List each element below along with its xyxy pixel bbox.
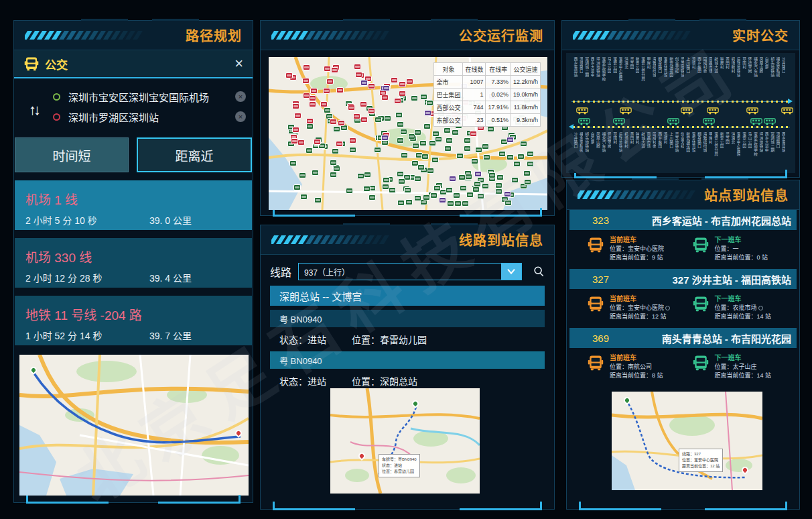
- next-bus-info: 下一班车位置：太子山庄距离当前位置：14 站: [692, 353, 797, 380]
- bus-monitor-header: 公交运行监测: [261, 21, 554, 50]
- stop-label: 宝安体育馆: [691, 132, 695, 152]
- bus-marker-icon: [353, 113, 360, 119]
- selected-line-route[interactable]: 深朗总站 -- 文博宫: [270, 286, 545, 306]
- stop-label: 福永家私街: [775, 57, 780, 77]
- route-option-3[interactable]: 地铁 11 号线 -204 路 1 小时 52 分 14 秒39. 7 公里: [15, 296, 252, 345]
- bus-marker-icon: [348, 105, 355, 111]
- line-route-name: 西乡客运站 - 布吉加州花园总站: [635, 213, 791, 227]
- sort-by-distance-button[interactable]: 距离近: [137, 137, 252, 172]
- stop-label: 海雅缤纷城: [702, 132, 707, 152]
- bus-marker-icon: [394, 98, 401, 104]
- remove-origin-icon[interactable]: ×: [235, 91, 246, 102]
- bus-marker-icon: [297, 139, 305, 146]
- bus-marker-icon: [404, 187, 411, 193]
- stop-label: 钟屋村: [634, 132, 639, 144]
- table-cell: 11.8km/h: [511, 101, 540, 114]
- bus-marker-icon: [360, 117, 368, 123]
- bus-marker-icon: [511, 177, 519, 183]
- location-icon: [758, 306, 763, 310]
- station-arrival-map[interactable]: 线路：327位置：宝安中心医院距离当前位置：12 站: [612, 392, 762, 490]
- stop-label: 坪洲地铁站: [758, 132, 763, 152]
- destination-text: 深圳市罗湖区深圳站: [68, 110, 235, 124]
- route-planning-map[interactable]: [19, 355, 249, 496]
- bus-marker-icon: [482, 143, 489, 150]
- realtime-bus-icon: [576, 105, 588, 113]
- route-duration: 1 小时 52 分 14 秒: [25, 329, 149, 342]
- bus-marker-icon: [384, 115, 391, 121]
- bus-marker-icon: [292, 103, 299, 109]
- bus-marker-icon: [453, 192, 460, 198]
- bus-marker-icon: [424, 110, 431, 116]
- stop-label: 甲岸村: [646, 57, 651, 69]
- bus-marker-icon: [419, 140, 427, 146]
- bus-marker-icon: [435, 136, 442, 142]
- line-arrival-map[interactable]: 车牌号：粤BN0940状态：进站位置：春雷幼儿园: [330, 388, 480, 494]
- destination-row[interactable]: 深圳市罗湖区深圳站 ×: [53, 107, 246, 127]
- direction-arrow-icon: [569, 124, 573, 129]
- bus-marker-icon: [368, 108, 375, 114]
- bus-monitor-map[interactable]: 对象在线数在线率公交运速全市10077.33%12.2km/h巴士集团10.02…: [269, 57, 547, 210]
- bus-marker-icon: [504, 200, 512, 206]
- chevron-down-icon[interactable]: [501, 264, 521, 280]
- bus-marker-icon: [487, 126, 494, 132]
- table-header: 在线数: [463, 63, 486, 76]
- stop-label: 凤凰山脚: [758, 57, 763, 73]
- bus-status: 状态：进站: [279, 333, 326, 346]
- bus-marker-icon: [397, 200, 405, 206]
- swap-od-icon[interactable]: ↑↓: [29, 101, 38, 119]
- stop-label: 富通城二期: [584, 57, 589, 77]
- bus-marker-icon: [456, 153, 464, 159]
- sort-by-time-button[interactable]: 时间短: [15, 137, 129, 172]
- bus-marker-icon: [523, 170, 531, 176]
- stop-label: 流塘路口: [775, 132, 780, 148]
- stop-label: 钟屋村: [719, 57, 724, 69]
- stop-label: 怀德翠岗: [747, 57, 752, 73]
- bus-plate-row[interactable]: 粤 BN0940: [270, 351, 545, 369]
- line-number: 323: [575, 215, 635, 226]
- bus-marker-icon: [330, 119, 337, 125]
- station-card-detail: 当前班车位置：宝安中心医院距离当前位置：12 站下一班车位置：农批市场距离当前位…: [567, 289, 799, 328]
- table-row: 全市10077.33%12.2km/h: [434, 76, 541, 89]
- current-bus-icon: [587, 235, 604, 262]
- bus-marker-icon: [382, 184, 389, 190]
- table-cell: 1007: [463, 76, 486, 89]
- station-card-header[interactable]: 369南头青青总站 - 布吉阳光花园: [569, 328, 797, 348]
- bus-marker-icon: [391, 77, 398, 83]
- route-option-1[interactable]: 机场 1 线 2 小时 5 分 10 秒39. 0 公里: [15, 180, 252, 230]
- slash-decoration-icon: [578, 190, 695, 200]
- route-line-down: [571, 125, 790, 129]
- bus-marker-icon: [303, 93, 310, 99]
- table-cell: 744: [463, 101, 486, 114]
- bus-marker-icon: [357, 173, 364, 179]
- stop-label: 富通城二期: [770, 132, 774, 152]
- origin-row[interactable]: 深圳市宝安区深圳宝安国际机场 ×: [53, 86, 246, 107]
- bus-plate-row[interactable]: 粤 BN0940: [270, 310, 545, 327]
- panel-bus-monitor: 公交运行监测 对象在线数在线率公交运速全市10077.33%12.2km/h巴士…: [260, 20, 555, 216]
- table-cell: 1: [463, 89, 486, 101]
- bus-marker-icon: [349, 147, 356, 153]
- line-select-dropdown[interactable]: 937（上行）: [298, 263, 522, 280]
- bus-marker-icon: [421, 154, 429, 160]
- station-card-header[interactable]: 327327 沙井主站 - 福田高铁站: [569, 269, 797, 289]
- current-bus-icon: [587, 294, 604, 321]
- table-row: 西部公交74417.91%11.8km/h: [434, 101, 541, 114]
- route-line-up: [571, 100, 790, 103]
- table-header: 公交运速: [511, 63, 540, 76]
- realtime-route-view[interactable]: 西乡客运站流塘路口富通城二期西乡大道中坪洲地铁站宝安实验学校马山公园宝安公园宝安…: [566, 53, 795, 173]
- stop-label: 灵芝园: [629, 57, 634, 69]
- table-cell: 0.51%: [486, 114, 511, 127]
- stop-label: 南昌市场: [646, 132, 651, 148]
- remove-destination-icon[interactable]: ×: [235, 111, 246, 122]
- close-icon[interactable]: ×: [234, 57, 243, 70]
- stop-label: 流塘路口: [578, 57, 583, 73]
- search-icon[interactable]: [533, 266, 545, 278]
- stop-label: 黄田村: [725, 57, 730, 69]
- route-option-2[interactable]: 机场 330 线 2 小时 12 分 28 秒39. 4 公里: [15, 238, 252, 288]
- bus-marker-icon: [381, 95, 389, 101]
- bus-marker-icon: [400, 129, 407, 135]
- bus-marker-icon: [482, 183, 489, 189]
- station-card-header[interactable]: 323西乡客运站 - 布吉加州花园总站: [569, 210, 797, 230]
- bus-marker-icon: [417, 164, 425, 170]
- bus-marker-icon: [495, 188, 502, 194]
- bus-marker-icon: [414, 195, 421, 201]
